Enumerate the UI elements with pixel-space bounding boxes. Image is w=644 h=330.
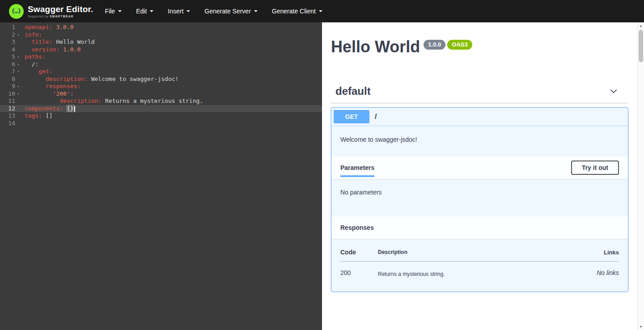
- line-number: 6: [0, 61, 15, 68]
- tag-section-default: default GET / Welcome to swagger-jsdoc! …: [331, 85, 628, 292]
- menu-label: Generate Client: [272, 8, 316, 15]
- column-description: Description: [378, 249, 574, 262]
- editor-line-4[interactable]: 4 version: 1.0.0: [0, 46, 322, 54]
- token-plain: /:: [25, 61, 38, 68]
- yaml-editor[interactable]: 1openapi: 3.0.02▾info:3 title: Hello Wor…: [0, 22, 322, 330]
- line-number: 12: [0, 105, 15, 113]
- tag-section-header[interactable]: default: [331, 85, 628, 103]
- line-content: tags: []: [21, 112, 322, 120]
- method-badge: GET: [334, 110, 369, 123]
- editor-line-8[interactable]: 8 description: Welcome to swagger-jsdoc!: [0, 76, 322, 83]
- fold-arrow-icon[interactable]: ▾: [15, 68, 21, 76]
- editor-line-2[interactable]: 2▾info:: [0, 31, 322, 39]
- text-cursor: [74, 106, 75, 112]
- editor-line-7[interactable]: 7▾ get:: [0, 68, 322, 76]
- scrollbar-thumb[interactable]: [639, 30, 643, 62]
- fold-arrow-icon[interactable]: ▾: [15, 61, 21, 68]
- menu-label: Edit: [136, 8, 147, 15]
- try-it-out-button[interactable]: Try it out: [571, 161, 619, 175]
- tab-parameters-label: Parameters: [340, 164, 374, 171]
- chevron-down-icon[interactable]: [609, 86, 619, 96]
- menu-edit[interactable]: Edit: [136, 8, 153, 15]
- fold-gutter: [15, 46, 21, 54]
- line-content: version: 1.0.0: [21, 46, 322, 54]
- token-key: openapi:: [25, 24, 53, 30]
- fold-arrow-icon[interactable]: ▾: [15, 31, 21, 39]
- line-content: info:: [21, 31, 322, 39]
- editor-line-14[interactable]: 14: [0, 120, 322, 127]
- line-number: 5: [0, 53, 15, 61]
- token-key: description:: [59, 97, 102, 104]
- editor-line-9[interactable]: 9▾ responses:: [0, 83, 322, 90]
- token-plain: [25, 97, 59, 104]
- token-num: 3.0.0: [56, 24, 73, 30]
- line-number: 13: [0, 112, 15, 120]
- api-title-text: Hello World: [331, 38, 420, 56]
- caret-down-icon: [150, 10, 153, 12]
- line-number: 2: [0, 31, 15, 39]
- brand-link[interactable]: {…} Swagger Editor. Supported by SMARTBE…: [9, 4, 93, 19]
- menu-bar: FileEditInsertGenerate ServerGenerate Cl…: [105, 8, 322, 15]
- line-content: openapi: 3.0.0: [21, 24, 322, 31]
- tab-parameters[interactable]: Parameters: [340, 164, 374, 171]
- token-bracket: {}: [67, 105, 74, 112]
- fold-arrow-icon[interactable]: ▾: [15, 53, 21, 61]
- token-plain: [25, 38, 32, 45]
- oas3-badge: OAS3: [447, 40, 472, 50]
- scroll-down-arrow[interactable]: ▼: [638, 323, 644, 330]
- menu-generate-client[interactable]: Generate Client: [272, 8, 322, 15]
- operation-path: /: [375, 113, 377, 121]
- token-key: get:: [38, 68, 52, 75]
- operation-summary[interactable]: GET /: [331, 108, 628, 126]
- editor-line-13[interactable]: 13tags: []: [0, 112, 322, 120]
- menu-generate-server[interactable]: Generate Server: [204, 8, 258, 15]
- line-content: title: Hello World: [21, 38, 322, 46]
- line-number: 9: [0, 83, 15, 90]
- token-plain: Welcome to swagger-jsdoc!: [88, 76, 179, 82]
- token-num: '200':: [53, 90, 74, 97]
- responses-table-head: Code Description Links: [340, 249, 619, 262]
- caret-down-icon: [186, 10, 190, 12]
- api-info: Hello World1.0.0OAS3: [331, 38, 628, 56]
- main-split: 1openapi: 3.0.02▾info:3 title: Hello Wor…: [0, 22, 644, 330]
- fold-gutter: [15, 24, 21, 31]
- line-content: /:: [21, 61, 322, 68]
- editor-line-1[interactable]: 1openapi: 3.0.0: [0, 24, 322, 31]
- editor-line-3[interactable]: 3 title: Hello World: [0, 38, 322, 46]
- token-num: 1.0.0: [63, 46, 80, 53]
- tag-name: default: [335, 85, 371, 97]
- line-number: 14: [0, 120, 15, 127]
- line-content: description: Returns a mysterious string…: [21, 97, 322, 105]
- fold-gutter: [15, 105, 21, 113]
- fold-gutter: [15, 76, 21, 83]
- column-links: Links: [574, 249, 619, 262]
- token-key: info:: [25, 31, 42, 38]
- responses-title: Responses: [340, 224, 374, 231]
- swagger-logo-icon: {…}: [9, 4, 24, 19]
- parameters-header: Parameters Try it out: [331, 157, 628, 179]
- line-number: 10: [0, 90, 15, 98]
- line-content: [21, 120, 322, 127]
- editor-line-10[interactable]: 10▾ '200':: [0, 90, 322, 98]
- line-number: 7: [0, 68, 15, 76]
- editor-line-12[interactable]: 12components: {}: [0, 105, 322, 113]
- editor-line-5[interactable]: 5▾paths:: [0, 53, 322, 61]
- fold-gutter: [15, 112, 21, 120]
- token-plain: Hello World: [53, 38, 95, 45]
- editor-line-6[interactable]: 6▾ /:: [0, 61, 322, 68]
- line-content: '200':: [21, 90, 322, 98]
- caret-down-icon: [254, 10, 258, 12]
- response-description: Returns a mysterious string.: [378, 262, 574, 278]
- fold-arrow-icon[interactable]: ▾: [15, 90, 21, 98]
- responses-body: Code Description Links 200Returns a myst…: [331, 239, 628, 292]
- menu-insert[interactable]: Insert: [168, 8, 190, 15]
- menu-file[interactable]: File: [105, 8, 122, 15]
- token-key: version:: [32, 46, 60, 53]
- preview-scrollbar[interactable]: ▲ ▼: [637, 22, 644, 330]
- editor-line-11[interactable]: 11 description: Returns a mysterious str…: [0, 97, 322, 105]
- response-links: No links: [574, 262, 619, 278]
- caret-down-icon: [319, 10, 322, 12]
- fold-gutter: [15, 120, 21, 127]
- scroll-up-arrow[interactable]: ▲: [638, 22, 644, 29]
- fold-arrow-icon[interactable]: ▾: [15, 83, 21, 90]
